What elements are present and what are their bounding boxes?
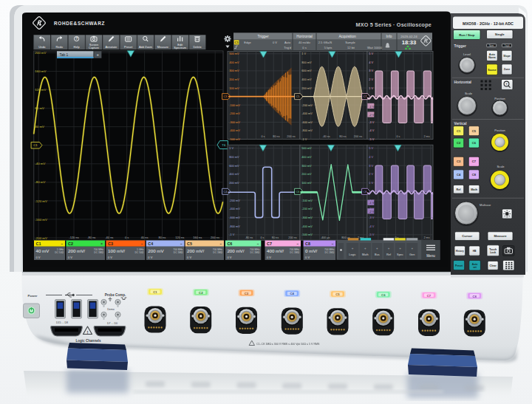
svg-text:Delete: Delete bbox=[193, 45, 201, 49]
svg-text:-200 mV: -200 mV bbox=[301, 207, 313, 210]
svg-text:Ref: Ref bbox=[386, 253, 392, 256]
svg-text:400 mV: 400 mV bbox=[229, 172, 239, 176]
svg-text:200 mV: 200 mV bbox=[229, 181, 239, 185]
svg-text:800 mV: 800 mV bbox=[301, 61, 312, 64]
svg-text:200 ns: 200 ns bbox=[211, 236, 219, 239]
svg-text:Probe Comp.: Probe Comp. bbox=[105, 293, 126, 297]
svg-text:-600 mV: -600 mV bbox=[229, 216, 240, 219]
svg-text:C2: C2 bbox=[68, 242, 73, 246]
svg-text:160 mV: 160 mV bbox=[35, 69, 46, 73]
svg-text:5 kpts: 5 kpts bbox=[324, 46, 332, 49]
svg-text:100 mV: 100 mV bbox=[229, 86, 239, 90]
svg-text:-1 V: -1 V bbox=[301, 137, 307, 141]
svg-text:80 ns: 80 ns bbox=[272, 236, 279, 239]
svg-text:Scale: Scale bbox=[465, 92, 473, 95]
svg-text:0 V: 0 V bbox=[273, 41, 277, 44]
svg-text:-400 mV: -400 mV bbox=[301, 112, 313, 115]
svg-text:Cursor: Cursor bbox=[462, 234, 472, 238]
svg-text:-80 mV: -80 mV bbox=[35, 180, 45, 184]
svg-text:C1: C1 bbox=[153, 290, 157, 294]
svg-text:C8: C8 bbox=[473, 295, 477, 298]
svg-text:DC 50Ω: DC 50Ω bbox=[134, 251, 143, 254]
svg-text:Capture: Capture bbox=[89, 46, 99, 49]
svg-text:-3 V: -3 V bbox=[369, 120, 375, 124]
svg-text:100 mV/: 100 mV/ bbox=[108, 248, 125, 253]
svg-text:C7: C7 bbox=[427, 294, 432, 298]
svg-text:Edge: Edge bbox=[244, 41, 251, 44]
svg-text:DC 1MΩ: DC 1MΩ bbox=[213, 251, 222, 254]
svg-text:0 s: 0 s bbox=[396, 135, 400, 138]
svg-text:-400 mV: -400 mV bbox=[229, 129, 240, 132]
svg-text:0 V: 0 V bbox=[68, 256, 72, 259]
svg-text:200 ns: 200 ns bbox=[354, 135, 363, 138]
svg-text:200 ns: 200 ns bbox=[287, 135, 296, 138]
svg-text:2.5 GSa/S: 2.5 GSa/S bbox=[318, 41, 332, 44]
svg-text:-4 V: -4 V bbox=[369, 129, 375, 132]
svg-text:C7: C7 bbox=[472, 160, 477, 163]
svg-text:0 s: 0 s bbox=[261, 135, 265, 138]
svg-text:40 mV: 40 mV bbox=[35, 125, 44, 129]
svg-text:Norm: Norm bbox=[489, 44, 494, 47]
svg-text:Add Zoom: Add Zoom bbox=[139, 45, 152, 49]
svg-text:Source: Source bbox=[488, 69, 497, 72]
svg-text:80 ns: 80 ns bbox=[273, 135, 279, 138]
svg-text:-2 V: -2 V bbox=[369, 113, 375, 117]
svg-text:Norm: Norm bbox=[488, 56, 495, 59]
svg-text:DC 1MΩ: DC 1MΩ bbox=[250, 251, 260, 254]
svg-text:Vertical: Vertical bbox=[454, 122, 467, 126]
svg-text:-1 V: -1 V bbox=[369, 105, 375, 109]
svg-text:Gen: Gen bbox=[409, 253, 415, 256]
svg-text:2 ms: 2 ms bbox=[423, 135, 429, 138]
svg-text:DC 1MΩ: DC 1MΩ bbox=[94, 251, 103, 254]
svg-text:C3: C3 bbox=[245, 292, 249, 295]
svg-text:D15 ... D8: D15 ... D8 bbox=[56, 321, 68, 324]
svg-text:2 ms: 2 ms bbox=[423, 236, 429, 239]
svg-text:Scale: Scale bbox=[497, 165, 505, 168]
svg-text:Trigger: Trigger bbox=[454, 44, 466, 48]
svg-text:DC 1MΩ: DC 1MΩ bbox=[325, 251, 335, 254]
svg-text:500 mV: 500 mV bbox=[301, 146, 312, 150]
svg-text:0 V: 0 V bbox=[148, 256, 152, 259]
svg-text:-400 µs: -400 µs bbox=[321, 236, 330, 239]
svg-text:ROHDE&SCHWARZ: ROHDE&SCHWARZ bbox=[54, 21, 105, 26]
svg-text:3 V: 3 V bbox=[369, 164, 373, 168]
svg-text:-5 V: -5 V bbox=[369, 233, 375, 236]
svg-text:Help: Help bbox=[74, 45, 80, 49]
svg-text:-100 mV: -100 mV bbox=[301, 199, 313, 202]
svg-text:-120 mV: -120 mV bbox=[35, 199, 47, 203]
svg-text:C6: C6 bbox=[472, 141, 477, 145]
svg-text:C1: C1 bbox=[235, 41, 239, 44]
svg-text:–: – bbox=[296, 242, 299, 246]
svg-text:18:33: 18:33 bbox=[402, 39, 416, 46]
svg-text:800 mV: 800 mV bbox=[229, 155, 239, 159]
svg-text:0 V: 0 V bbox=[36, 256, 41, 259]
svg-text:-200 mV: -200 mV bbox=[229, 199, 240, 202]
svg-text:Ref: Ref bbox=[457, 188, 462, 191]
svg-text:DC 1MΩ: DC 1MΩ bbox=[174, 251, 183, 254]
svg-text:1 V: 1 V bbox=[301, 52, 306, 55]
svg-text:0 s: 0 s bbox=[260, 236, 264, 239]
svg-text:C4: C4 bbox=[224, 191, 228, 194]
svg-text:-80 ns: -80 ns bbox=[87, 236, 95, 239]
svg-text:C3: C3 bbox=[224, 95, 228, 98]
svg-text:0 V: 0 V bbox=[305, 256, 310, 259]
svg-text:-200 mV: -200 mV bbox=[301, 103, 313, 107]
svg-text:Trig'd: Trig'd bbox=[284, 46, 291, 49]
svg-text:C2: C2 bbox=[457, 141, 461, 145]
svg-text:1 V: 1 V bbox=[369, 181, 373, 185]
svg-text:0 V: 0 V bbox=[227, 256, 231, 259]
svg-text:+: + bbox=[411, 247, 413, 250]
svg-text:MXO58 · 2GHz · 12-bit ADC: MXO58 · 2GHz · 12-bit ADC bbox=[463, 21, 514, 26]
svg-text:-1 V: -1 V bbox=[369, 201, 375, 205]
svg-text:-120 ns: -120 ns bbox=[69, 236, 78, 239]
svg-text:2 V: 2 V bbox=[369, 78, 373, 81]
svg-text:Tab 1: Tab 1 bbox=[60, 53, 69, 57]
svg-text:5 V: 5 V bbox=[369, 146, 373, 150]
svg-text:Math: Math bbox=[362, 253, 369, 256]
svg-text:-40 ns: -40 ns bbox=[322, 135, 330, 138]
svg-text:C7: C7 bbox=[267, 242, 272, 246]
svg-text:200 mV: 200 mV bbox=[301, 86, 312, 90]
svg-text:Menu: Menu bbox=[426, 254, 435, 258]
svg-text:–: – bbox=[257, 242, 259, 246]
svg-text:Spec: Spec bbox=[397, 253, 403, 256]
